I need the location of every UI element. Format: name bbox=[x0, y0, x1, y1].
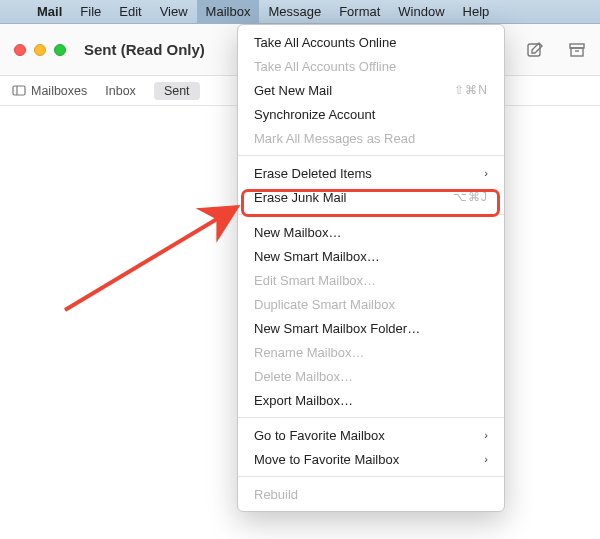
menu-item-erase-deleted-items[interactable]: Erase Deleted Items› bbox=[238, 161, 504, 185]
menu-item-label: Edit Smart Mailbox… bbox=[254, 273, 376, 288]
svg-rect-3 bbox=[13, 86, 25, 95]
menu-message[interactable]: Message bbox=[259, 0, 330, 24]
menu-item-label: New Smart Mailbox… bbox=[254, 249, 380, 264]
menu-item-label: Erase Junk Mail bbox=[254, 190, 346, 205]
menu-item-label: Take All Accounts Offline bbox=[254, 59, 396, 74]
menu-window[interactable]: Window bbox=[389, 0, 453, 24]
menu-item-move-to-favorite-mailbox[interactable]: Move to Favorite Mailbox› bbox=[238, 447, 504, 471]
menu-item-label: Move to Favorite Mailbox bbox=[254, 452, 399, 467]
menu-item-synchronize-account[interactable]: Synchronize Account bbox=[238, 102, 504, 126]
menu-item-label: Export Mailbox… bbox=[254, 393, 353, 408]
menu-item-rebuild: Rebuild bbox=[238, 482, 504, 506]
menu-item-rename-mailbox: Rename Mailbox… bbox=[238, 340, 504, 364]
app-menu[interactable]: Mail bbox=[28, 0, 71, 24]
menu-item-label: Mark All Messages as Read bbox=[254, 131, 415, 146]
menu-item-erase-junk-mail[interactable]: Erase Junk Mail⌥⌘J bbox=[238, 185, 504, 209]
menu-item-label: New Smart Mailbox Folder… bbox=[254, 321, 420, 336]
menu-item-mark-all-messages-as-read: Mark All Messages as Read bbox=[238, 126, 504, 150]
system-menubar: Mail File Edit View Mailbox Message Form… bbox=[0, 0, 600, 24]
menu-item-new-smart-mailbox-folder[interactable]: New Smart Mailbox Folder… bbox=[238, 316, 504, 340]
chevron-right-icon: › bbox=[484, 167, 488, 179]
menu-mailbox[interactable]: Mailbox bbox=[197, 0, 260, 24]
menu-item-label: Rebuild bbox=[254, 487, 298, 502]
menu-format[interactable]: Format bbox=[330, 0, 389, 24]
menu-separator bbox=[238, 155, 504, 156]
minimize-window-button[interactable] bbox=[34, 44, 46, 56]
window-controls bbox=[14, 44, 66, 56]
chevron-right-icon: › bbox=[484, 429, 488, 441]
menu-separator bbox=[238, 214, 504, 215]
menu-file[interactable]: File bbox=[71, 0, 110, 24]
menu-item-new-mailbox[interactable]: New Mailbox… bbox=[238, 220, 504, 244]
menu-item-label: Go to Favorite Mailbox bbox=[254, 428, 385, 443]
menu-help[interactable]: Help bbox=[454, 0, 499, 24]
sidebar-icon bbox=[12, 85, 26, 96]
menu-item-get-new-mail[interactable]: Get New Mail⇧⌘N bbox=[238, 78, 504, 102]
mailboxes-label: Mailboxes bbox=[31, 84, 87, 98]
svg-rect-2 bbox=[571, 48, 583, 56]
menu-item-take-all-accounts-offline: Take All Accounts Offline bbox=[238, 54, 504, 78]
menu-item-label: Delete Mailbox… bbox=[254, 369, 353, 384]
menu-item-shortcut: ⌥⌘J bbox=[453, 190, 488, 204]
menu-separator bbox=[238, 476, 504, 477]
menu-item-duplicate-smart-mailbox: Duplicate Smart Mailbox bbox=[238, 292, 504, 316]
zoom-window-button[interactable] bbox=[54, 44, 66, 56]
menu-item-new-smart-mailbox[interactable]: New Smart Mailbox… bbox=[238, 244, 504, 268]
mailboxes-button[interactable]: Mailboxes bbox=[12, 84, 87, 98]
chevron-right-icon: › bbox=[484, 453, 488, 465]
menu-item-label: Take All Accounts Online bbox=[254, 35, 396, 50]
menu-edit[interactable]: Edit bbox=[110, 0, 150, 24]
favorite-inbox[interactable]: Inbox bbox=[105, 84, 136, 98]
mailbox-dropdown-menu: Take All Accounts OnlineTake All Account… bbox=[237, 24, 505, 512]
compose-icon[interactable] bbox=[526, 41, 544, 59]
menu-item-label: Get New Mail bbox=[254, 83, 332, 98]
menu-item-take-all-accounts-online[interactable]: Take All Accounts Online bbox=[238, 30, 504, 54]
menu-item-export-mailbox[interactable]: Export Mailbox… bbox=[238, 388, 504, 412]
close-window-button[interactable] bbox=[14, 44, 26, 56]
menu-item-label: Synchronize Account bbox=[254, 107, 375, 122]
favorite-sent[interactable]: Sent bbox=[154, 82, 200, 100]
menu-separator bbox=[238, 417, 504, 418]
menu-item-edit-smart-mailbox: Edit Smart Mailbox… bbox=[238, 268, 504, 292]
menu-item-label: Erase Deleted Items bbox=[254, 166, 372, 181]
window-title: Sent (Read Only) bbox=[84, 41, 205, 58]
menu-item-shortcut: ⇧⌘N bbox=[454, 83, 488, 97]
menu-item-label: Rename Mailbox… bbox=[254, 345, 365, 360]
menu-item-label: Duplicate Smart Mailbox bbox=[254, 297, 395, 312]
menu-item-go-to-favorite-mailbox[interactable]: Go to Favorite Mailbox› bbox=[238, 423, 504, 447]
menu-item-delete-mailbox: Delete Mailbox… bbox=[238, 364, 504, 388]
archive-icon[interactable] bbox=[568, 41, 586, 59]
menu-view[interactable]: View bbox=[151, 0, 197, 24]
menu-item-label: New Mailbox… bbox=[254, 225, 341, 240]
